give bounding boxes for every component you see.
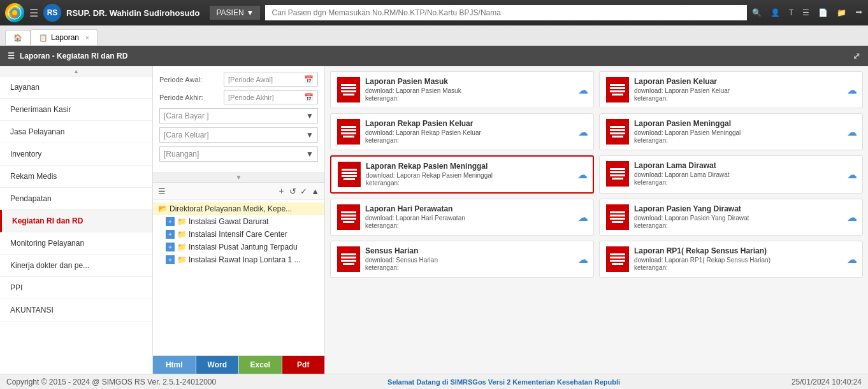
report-thumb-4 (338, 162, 361, 187)
calendar-icon-awal[interactable]: 📅 (304, 75, 314, 84)
report-keterangan-0: keterangan: (365, 95, 587, 102)
folder-icon[interactable]: 📁 (837, 8, 846, 17)
text-icon[interactable]: T (789, 8, 793, 17)
download-cloud-icon-7[interactable]: ☁ (847, 211, 857, 223)
home-icon: 🏠 (13, 34, 22, 42)
report-thumb-1 (606, 77, 629, 103)
export-pdf-button[interactable]: Pdf (282, 356, 325, 374)
report-download-4: download: Laporan Rekap Pasien Meninggal (366, 172, 586, 179)
download-cloud-icon-0[interactable]: ☁ (578, 84, 588, 96)
sidebar-item-inventory[interactable]: Inventory (0, 143, 152, 166)
tree-check-icon[interactable]: ✓ (300, 187, 307, 196)
report-thumb-8 (337, 246, 360, 272)
report-info-3: Laporan Pasien Meninggal download: Lapor… (634, 119, 856, 144)
tree-list-icon[interactable]: ☰ (158, 187, 166, 196)
filter-section: Periode Awal: [Periode Awal] 📅 Periode A… (153, 66, 324, 173)
list-icon[interactable]: ☰ (802, 8, 809, 17)
tree-item-gawat-darurat[interactable]: ＋ 📁 Instalasi Gawat Darurat (153, 215, 324, 228)
sidebar-item-rekam-medis[interactable]: Rekam Medis (0, 166, 152, 188)
app-logo (5, 3, 24, 22)
search-icon[interactable]: 🔍 (752, 8, 762, 17)
tab-laporan[interactable]: 📋 Laporan × (31, 29, 98, 45)
calendar-icon-akhir[interactable]: 📅 (304, 93, 314, 102)
sidebar-item-pendapatan[interactable]: Pendapatan (0, 188, 152, 210)
footer-welcome: Selamat Datang di SIMRSGos Versi 2 Kemen… (387, 378, 620, 386)
download-cloud-icon-4[interactable]: ☁ (577, 169, 588, 181)
file-icon[interactable]: 📄 (818, 8, 828, 17)
sidebar-item-akuntansi[interactable]: AKUNTANSI (0, 299, 152, 322)
expand-btn-rawat-inap[interactable]: ＋ (166, 255, 175, 264)
logout-icon[interactable]: ⮕ (855, 8, 863, 17)
report-info-1: Laporan Pasien Keluar download: Laporan … (634, 77, 856, 102)
report-card-7[interactable]: Laporan Pasien Yang Dirawat download: La… (599, 199, 863, 236)
folder-icon-2: 📁 (177, 230, 187, 239)
filter-row-cara-keluar: [Cara Keluar] ▼ (159, 127, 318, 143)
download-cloud-icon-9[interactable]: ☁ (847, 253, 857, 265)
report-card-9[interactable]: Laporan RP1( Rekap Sensus Harian) downlo… (599, 241, 863, 278)
tree-root-item[interactable]: 📂 Direktorat Pelayanan Medik, Kepe... (153, 202, 324, 215)
patient-dropdown-button[interactable]: PASIEN ▼ (210, 6, 260, 20)
tab-close-icon[interactable]: × (85, 34, 89, 41)
report-card-6[interactable]: Laporan Hari Perawatan download: Laporan… (330, 199, 594, 236)
report-card-0[interactable]: Laporan Pasien Masuk download: Laporan P… (330, 71, 594, 108)
report-title-3: Laporan Pasien Meninggal (634, 119, 856, 128)
export-word-button[interactable]: Word (196, 356, 240, 374)
download-cloud-icon-5[interactable]: ☁ (847, 169, 857, 181)
export-buttons: Html Word Excel Pdf (153, 355, 324, 374)
tree-item-intensif[interactable]: ＋ 📁 Instalasi Intensif Care Center (153, 228, 324, 241)
expand-btn-jantung[interactable]: ＋ (166, 243, 175, 251)
cara-keluar-dropdown[interactable]: [Cara Keluar] ▼ (159, 127, 318, 143)
report-card-8[interactable]: Sensus Harian download: Sensus Harian ke… (330, 241, 594, 278)
tree-undo-icon[interactable]: ↺ (289, 187, 296, 196)
expand-btn-gawat[interactable]: ＋ (166, 217, 175, 226)
tree-scroll-up[interactable]: ▲ (311, 187, 319, 196)
sidebar-item-layanan[interactable]: Layanan (0, 76, 152, 99)
tree-item-jantung[interactable]: ＋ 📁 Instalasi Pusat Jantung Terpadu (153, 241, 324, 253)
expand-btn-intensif[interactable]: ＋ (166, 230, 175, 239)
report-card-2[interactable]: Laporan Rekap Pasien Keluar download: La… (330, 113, 594, 150)
sidebar-item-kinerja-dokter[interactable]: Kinerja dokter dan pe... (0, 255, 152, 277)
footer-copyright: Copyright © 2015 - 2024 @ SIMGOS RS Ver.… (6, 378, 216, 386)
tab-home[interactable]: 🏠 (5, 30, 31, 45)
report-thumb-2 (337, 119, 360, 145)
folder-icon-1: 📁 (177, 217, 187, 226)
nav-icons: 🔍 👤 T ☰ 📄 📁 ⮕ (752, 8, 863, 17)
report-keterangan-6: keterangan: (365, 222, 587, 229)
report-info-7: Laporan Pasien Yang Dirawat download: La… (634, 204, 856, 229)
hamburger-menu[interactable]: ☰ (29, 7, 38, 19)
report-card-3[interactable]: Laporan Pasien Meninggal download: Lapor… (599, 113, 863, 150)
tree-item-rawat-inap[interactable]: ＋ 📁 Instalasi Rawat Inap Lontara 1 ... (153, 253, 324, 266)
ruangan-dropdown[interactable]: [Ruangan] ▼ (159, 146, 318, 162)
sidebar-item-kegiatan-ri-rd[interactable]: Kegiatan RI dan RD (0, 210, 152, 232)
cara-bayar-dropdown[interactable]: [Cara Bayar ] ▼ (159, 108, 318, 124)
patient-search-input[interactable] (265, 5, 746, 20)
cara-keluar-arrow: ▼ (306, 131, 314, 139)
user-add-icon[interactable]: 👤 (770, 8, 780, 17)
expand-icon[interactable]: ⤢ (853, 51, 860, 61)
periode-awal-input[interactable]: [Periode Awal] 📅 (224, 73, 318, 87)
report-title-8: Sensus Harian (365, 246, 587, 255)
report-download-0: download: Laporan Pasien Masuk (365, 87, 587, 94)
sidebar-item-monitoring-pelayanan[interactable]: Monitoring Pelayanan (0, 232, 152, 255)
sidebar-item-jasa-pelayanan[interactable]: Jasa Pelayanan (0, 121, 152, 143)
sidebar-item-ppi[interactable]: PPI (0, 277, 152, 299)
report-card-1[interactable]: Laporan Pasien Keluar download: Laporan … (599, 71, 863, 108)
sidebar-scroll-top: ▲ (0, 66, 152, 76)
report-card-5[interactable]: Laporan Lama Dirawat download: Laporan L… (599, 155, 863, 194)
periode-akhir-input[interactable]: [Periode Akhir] 📅 (224, 90, 318, 104)
download-cloud-icon-3[interactable]: ☁ (847, 126, 857, 138)
tree-add-icon[interactable]: ＋ (277, 185, 286, 197)
export-excel-button[interactable]: Excel (239, 356, 282, 374)
download-cloud-icon-2[interactable]: ☁ (578, 126, 588, 138)
download-cloud-icon-6[interactable]: ☁ (578, 211, 588, 223)
report-info-4: Laporan Rekap Pasien Meninggal download:… (366, 162, 586, 187)
export-html-button[interactable]: Html (153, 356, 196, 374)
svg-text:RS: RS (47, 8, 58, 17)
report-card-4[interactable]: Laporan Rekap Pasien Meninggal download:… (330, 155, 594, 194)
report-keterangan-3: keterangan: (634, 137, 856, 144)
sidebar-item-penerimaan-kasir[interactable]: Penerimaan Kasir (0, 99, 152, 121)
download-cloud-icon-8[interactable]: ☁ (578, 253, 588, 265)
report-thumb-0 (337, 77, 360, 103)
download-cloud-icon-1[interactable]: ☁ (847, 84, 857, 96)
report-keterangan-9: keterangan: (634, 264, 856, 271)
